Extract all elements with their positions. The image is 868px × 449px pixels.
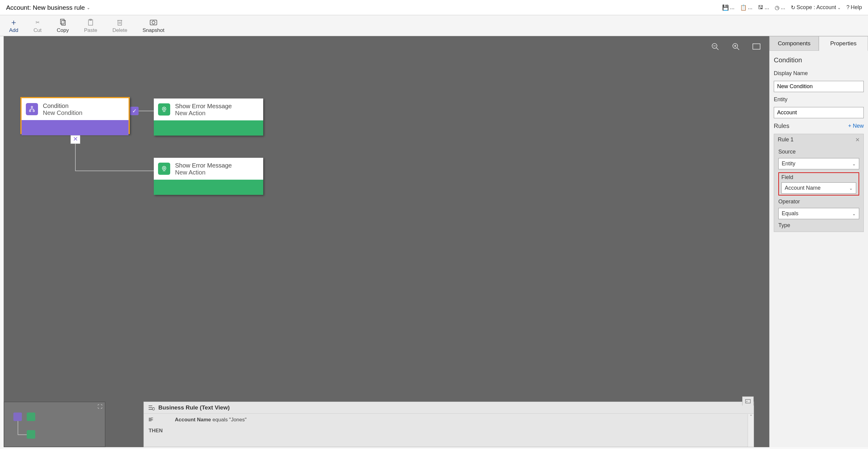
properties-panel: Components Properties Condition Display … [769, 36, 868, 447]
add-button[interactable]: ＋ Add [9, 18, 18, 33]
cut-button[interactable]: ✂ Cut [33, 18, 41, 33]
zoom-out-button[interactable] [711, 42, 719, 51]
node-subtitle: New Action [175, 169, 232, 176]
field-label: Field [781, 174, 856, 181]
entity-input[interactable] [774, 107, 864, 118]
snapshot-button[interactable]: Snapshot [143, 18, 164, 33]
minimap[interactable]: ⛶ [4, 401, 105, 447]
chevron-down-icon[interactable]: ⌄ [87, 5, 90, 10]
if-statement: Account Name equals "Jones" [175, 417, 246, 423]
if-label: IF [149, 417, 163, 423]
svg-line-11 [716, 48, 718, 50]
help-icon: ? [846, 4, 849, 11]
svg-point-23 [29, 110, 31, 112]
activate-menu[interactable]: ◷... [775, 4, 785, 11]
connector-line [75, 171, 154, 171]
svg-rect-4 [118, 20, 122, 25]
scope-value: Account [816, 4, 836, 11]
node-subtitle: New Action [175, 110, 232, 117]
field-highlight: Field Account Name ⌄ [778, 172, 859, 196]
node-footer [154, 120, 263, 136]
false-connector-icon[interactable]: ✕ [70, 134, 80, 144]
minimap-node [13, 413, 22, 421]
operator-select[interactable]: Equals ⌄ [778, 208, 859, 219]
svg-rect-1 [62, 20, 65, 25]
connector-line [75, 144, 76, 171]
scope-label: Scope : [797, 4, 815, 11]
display-name-input[interactable] [774, 81, 864, 92]
field-select[interactable]: Account Name ⌄ [781, 182, 856, 193]
source-label: Source [778, 149, 859, 155]
action-node-2[interactable]: Show Error Message New Action [154, 158, 263, 195]
tab-properties[interactable]: Properties [819, 36, 868, 51]
main-layout: ✓ ✕ Condition New Condition [0, 36, 868, 447]
operator-label: Operator [778, 199, 859, 205]
copy-icon [59, 18, 67, 26]
save-menu[interactable]: 💾... [722, 4, 735, 11]
text-view-header[interactable]: Business Rule (Text View) [144, 402, 754, 414]
scope-selector[interactable]: ↻ Scope : Account ⌄ [791, 4, 841, 11]
chevron-down-icon: ⌄ [849, 186, 853, 190]
save-icon: 💾 [722, 4, 729, 11]
node-footer [22, 120, 129, 135]
saveas-menu[interactable]: 🖫... [758, 4, 769, 11]
tab-components[interactable]: Components [770, 36, 819, 51]
action-node-1[interactable]: Show Error Message New Action [154, 98, 263, 136]
plus-icon: ＋ [10, 18, 18, 26]
rule-block: Rule 1 ✕ Source Entity ⌄ Field Account N… [774, 134, 864, 232]
header-actions: 💾... 📋... 🖫... ◷... ↻ Scope : Account ⌄ … [722, 4, 862, 11]
rule-title: Rule 1 [778, 137, 794, 143]
connector-line [138, 111, 154, 111]
help-button[interactable]: ? Help [846, 4, 862, 11]
true-connector-icon[interactable]: ✓ [130, 107, 138, 115]
svg-rect-17 [753, 44, 760, 49]
help-label: Help [851, 4, 862, 11]
section-title: Condition [774, 56, 864, 64]
copy-button[interactable]: Copy [57, 18, 69, 33]
svg-point-24 [33, 110, 35, 112]
save-edit-icon: 🖫 [758, 4, 764, 11]
svg-rect-33 [746, 399, 750, 403]
svg-point-9 [152, 21, 155, 24]
then-label: THEN [149, 428, 163, 434]
delete-button[interactable]: Delete [113, 18, 127, 33]
close-icon[interactable]: ✕ [855, 137, 860, 143]
panel-tabs: Components Properties [770, 36, 868, 51]
title-block[interactable]: Account: New business rule ⌄ [6, 4, 90, 11]
node-title: Show Error Message [175, 162, 232, 169]
scroll-up-icon[interactable]: ˄ [748, 414, 754, 420]
expand-text-view-button[interactable] [742, 396, 754, 406]
type-label: Type [778, 222, 859, 229]
paste-icon [87, 18, 95, 26]
minimap-node [27, 430, 35, 439]
error-action-icon [158, 162, 170, 175]
node-title: Show Error Message [175, 102, 232, 110]
title-entity: Account: [6, 4, 31, 11]
zoom-in-button[interactable] [732, 42, 740, 51]
new-rule-button[interactable]: + New [848, 123, 864, 129]
header-bar: Account: New business rule ⌄ 💾... 📋... 🖫… [0, 0, 868, 15]
entity-label: Entity [774, 96, 864, 103]
node-footer [154, 180, 263, 195]
chevron-down-icon: ⌄ [852, 161, 856, 166]
expand-icon[interactable]: ⛶ [98, 404, 102, 410]
rules-label: Rules [774, 122, 789, 129]
canvas[interactable]: ✓ ✕ Condition New Condition [4, 36, 769, 447]
camera-icon [150, 18, 157, 26]
condition-icon [26, 103, 38, 115]
chevron-down-icon: ⌄ [852, 211, 856, 216]
validate-menu[interactable]: 📋... [740, 4, 752, 11]
condition-node[interactable]: Condition New Condition [20, 97, 130, 134]
scope-icon: ↻ [791, 4, 795, 11]
chevron-down-icon: ⌄ [837, 5, 841, 10]
fit-screen-button[interactable] [752, 42, 761, 51]
minimap-node [27, 413, 35, 421]
list-settings-icon [148, 405, 155, 410]
paste-button[interactable]: Paste [84, 18, 97, 33]
source-select[interactable]: Entity ⌄ [778, 158, 859, 169]
clock-icon: ◷ [775, 4, 780, 11]
trash-icon [116, 18, 124, 26]
svg-point-18 [31, 107, 33, 108]
scissors-icon: ✂ [33, 18, 41, 26]
text-view-scrollbar[interactable]: ˄ [748, 414, 754, 447]
